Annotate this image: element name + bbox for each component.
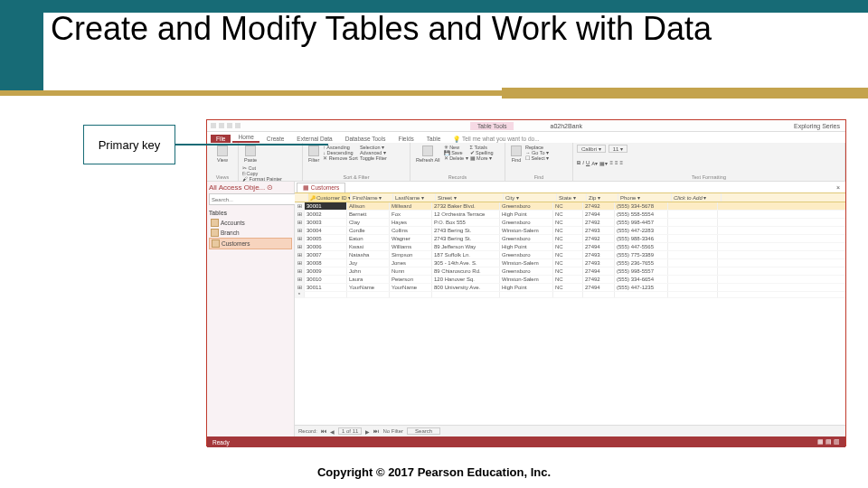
- table-row[interactable]: ⊞30005EatonWagner2743 Bering St.Greensbo…: [295, 235, 845, 243]
- group-views: Views: [211, 174, 234, 180]
- save-icon[interactable]: [219, 123, 224, 128]
- accent-line: [0, 90, 502, 96]
- nav-search[interactable]: [209, 193, 297, 205]
- status-bar: Ready ▦ ▤ ▥: [207, 436, 845, 447]
- access-window: Table Tools a02h2Bank Exploring Series F…: [206, 119, 846, 446]
- datasheet-area: ▦ Customers × Customer ID ▾ FirstName ▾ …: [295, 182, 845, 436]
- col-phone[interactable]: Phone ▾: [618, 193, 672, 202]
- recnav-search[interactable]: Search: [407, 427, 440, 435]
- italic-button[interactable]: I: [582, 160, 584, 165]
- group-find: Find: [509, 174, 569, 180]
- table-row[interactable]: ⊞30009JohnNunn89 Chiaroscuro Rd.Greensbo…: [295, 267, 845, 276]
- tab-database-tools[interactable]: Database Tools: [340, 135, 392, 143]
- recnav-last[interactable]: ⏭: [373, 428, 379, 434]
- bold-button[interactable]: B: [577, 160, 580, 165]
- nav-item-customers[interactable]: Customers: [209, 238, 292, 249]
- nav-header[interactable]: All Access Obje... ⊙: [209, 183, 292, 192]
- signin-name[interactable]: Exploring Series: [794, 123, 840, 129]
- tab-fields[interactable]: Fields: [392, 135, 419, 143]
- table-row[interactable]: ⊞30007NatashaSimpson187 Suffolk Ln.Green…: [295, 251, 845, 259]
- tell-me-search[interactable]: 💡 Tell me what you want to do...: [453, 136, 539, 143]
- slide-title: Create and Modify Tables and Work with D…: [51, 9, 712, 49]
- align-center-button[interactable]: ≡: [615, 160, 618, 165]
- undo-icon[interactable]: [227, 123, 232, 128]
- status-text: Ready: [212, 439, 230, 446]
- recnav-next[interactable]: ▶: [365, 428, 370, 435]
- view-shortcuts[interactable]: ▦ ▤ ▥: [817, 438, 840, 446]
- table-row[interactable]: ⊞30002BernettFox12 Orchestra TerraceHigh…: [295, 211, 845, 219]
- col-state[interactable]: State ▾: [557, 193, 587, 202]
- document-tab-customers[interactable]: ▦ Customers: [297, 183, 345, 192]
- select-button[interactable]: ☐ Select ▾: [525, 155, 549, 161]
- font-select[interactable]: Calibri ▾: [577, 145, 606, 153]
- col-click-to-add[interactable]: Click to Add ▾: [672, 193, 722, 202]
- col-zip[interactable]: Zip ▾: [587, 193, 618, 202]
- record-navigator: Record: ⏮ ◀ 1 of 11 ▶ ⏭ No Filter Search: [295, 425, 845, 436]
- paste-button[interactable]: Paste: [242, 145, 259, 164]
- nav-item-accounts[interactable]: Accounts: [209, 218, 292, 228]
- tab-home[interactable]: Home: [232, 133, 259, 143]
- table-row[interactable]: ⊞30008JoyJones305 - 14th Ave. S.Winston-…: [295, 259, 845, 267]
- align-left-button[interactable]: ≡: [609, 160, 613, 165]
- recnav-first[interactable]: ⏮: [321, 428, 326, 434]
- table-row[interactable]: ⊞30011YourNameYourName800 University Ave…: [295, 284, 845, 292]
- recnav-prev[interactable]: ◀: [330, 428, 335, 435]
- col-lastname[interactable]: LastName ▾: [393, 193, 436, 202]
- new-row[interactable]: *: [295, 292, 845, 298]
- recnav-label: Record:: [298, 428, 317, 434]
- tab-external-data[interactable]: External Data: [291, 135, 337, 143]
- group-sortfilter: Sort & Filter: [307, 174, 406, 180]
- tab-create[interactable]: Create: [261, 135, 290, 143]
- table-row[interactable]: ⊞30010LauraPeterson120 Hanover Sq.Winsto…: [295, 276, 845, 284]
- redo-icon[interactable]: [235, 123, 241, 128]
- table-row[interactable]: ⊞30001AllisonMillward2732 Baker Blvd.Gre…: [295, 202, 845, 211]
- recnav-nofilter: No Filter: [382, 428, 403, 434]
- delete-button[interactable]: ✕ Delete ▾: [444, 155, 468, 161]
- callout-leader-line: [175, 144, 328, 145]
- datasheet-grid[interactable]: Customer ID ▾ FirstName ▾ LastName ▾ Str…: [295, 192, 845, 425]
- more-button[interactable]: ▦ More ▾: [470, 155, 494, 161]
- accent-line-right: [502, 88, 868, 99]
- col-customer-id[interactable]: Customer ID ▾: [308, 193, 351, 202]
- view-button[interactable]: View: [211, 145, 234, 164]
- access-icon: [211, 123, 216, 128]
- tab-table[interactable]: Table: [421, 135, 447, 143]
- nav-tables-category[interactable]: Tables: [209, 210, 292, 216]
- table-icon: [212, 239, 220, 248]
- font-color-button[interactable]: A▾: [591, 160, 598, 166]
- ribbon: View Views Paste ✂ Cut ⎘ Copy 🖌 Format P…: [207, 143, 845, 182]
- recnav-position[interactable]: 1 of 11: [338, 427, 362, 435]
- table-row[interactable]: ⊞30006KwasiWilliams89 Jefferson WayHigh …: [295, 243, 845, 251]
- contextual-tab-title: Table Tools: [470, 122, 514, 130]
- table-row[interactable]: ⊞30004CordleCollins2743 Bering St.Winsto…: [295, 227, 845, 235]
- column-headers: Customer ID ▾ FirstName ▾ LastName ▾ Str…: [295, 192, 845, 202]
- col-city[interactable]: City ▾: [504, 193, 557, 202]
- fill-color-button[interactable]: ▦▾: [599, 160, 608, 166]
- col-firstname[interactable]: FirstName ▾: [351, 193, 393, 202]
- filename: a02h2Bank: [550, 123, 581, 129]
- font-size-select[interactable]: 11 ▾: [609, 145, 627, 153]
- toggle-filter-button[interactable]: Toggle Filter: [360, 155, 387, 161]
- titlebar: Table Tools a02h2Bank Exploring Series: [207, 120, 845, 132]
- navigation-pane: All Access Obje... ⊙ Tables Accounts Bra…: [207, 182, 295, 436]
- table-icon: [211, 229, 219, 237]
- remove-sort-button[interactable]: ✕ Remove Sort: [323, 155, 358, 161]
- filter-button[interactable]: Filter: [307, 145, 321, 164]
- nav-item-branch[interactable]: Branch: [209, 228, 292, 238]
- copyright: Copyright © 2017 Pearson Education, Inc.: [0, 465, 868, 479]
- table-row[interactable]: ⊞30003ClayHayesP.O. Box 555GreensboroNC2…: [295, 219, 845, 227]
- close-tab-button[interactable]: ×: [836, 184, 840, 191]
- ribbon-tabs: File Home Create External Data Database …: [207, 132, 845, 143]
- group-records: Records: [414, 174, 501, 180]
- tab-file[interactable]: File: [211, 135, 231, 143]
- table-icon: [211, 219, 219, 227]
- primary-key-callout: Primary key: [83, 125, 175, 164]
- align-right-button[interactable]: ≡: [619, 160, 623, 165]
- find-button[interactable]: Find: [509, 145, 524, 164]
- underline-button[interactable]: U: [586, 160, 590, 165]
- refresh-all-button[interactable]: Refresh All: [414, 145, 442, 164]
- col-street[interactable]: Street ▾: [436, 193, 504, 202]
- group-textfmt: Text Formatting: [577, 174, 841, 180]
